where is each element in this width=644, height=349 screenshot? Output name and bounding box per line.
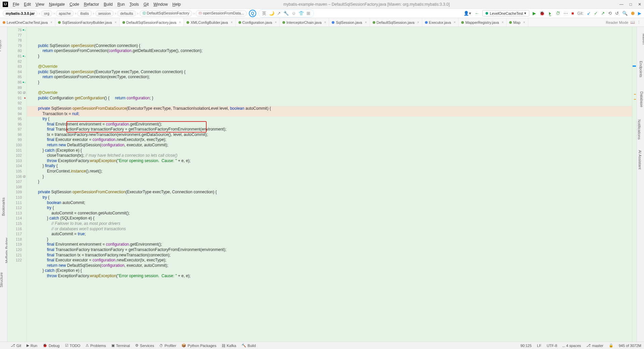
code-line[interactable]: public SqlSession openSession(Connection… <box>27 43 632 49</box>
code-line[interactable]: final Environment environment = configur… <box>27 242 632 247</box>
editor-tab[interactable]: SqlSession.java× <box>329 18 370 27</box>
close-tab-icon[interactable]: × <box>275 20 277 24</box>
code-line[interactable]: private SqlSession openSessionFromConnec… <box>27 190 632 195</box>
tool-ai-assistant[interactable]: AI Assistant <box>638 150 642 169</box>
code-line[interactable]: autoCommit = true; <box>27 232 632 237</box>
status-services[interactable]: ⚙Services <box>135 343 154 348</box>
maximize-icon[interactable]: □ <box>630 2 632 7</box>
code-line[interactable] <box>27 185 632 190</box>
status-indent[interactable]: ⎵ 4 spaces <box>562 344 581 348</box>
run-config-dropdown[interactable]: ⬢LevelOneCacheTest ▾ <box>482 10 529 16</box>
code-line[interactable]: public SqlSession openSession(ExecutorTy… <box>27 69 632 75</box>
code-line[interactable] <box>27 101 632 106</box>
close-tab-icon[interactable]: × <box>50 20 52 24</box>
status-git[interactable]: ⎇Git <box>11 343 21 348</box>
stop-icon[interactable]: ■ <box>571 11 574 16</box>
status-kafka[interactable]: ⛓Kafka <box>222 344 236 348</box>
code-line[interactable]: ErrorContext.instance().reset(); <box>27 169 632 174</box>
ide-scripting-icon[interactable]: ⬢ <box>631 11 635 16</box>
code-line[interactable]: closeTransaction(tx); // may have fetche… <box>27 153 632 158</box>
minimize-icon[interactable]: — <box>620 2 624 7</box>
status-lock-icon[interactable]: 🔒 <box>609 343 613 348</box>
play-icon[interactable]: ▶ <box>638 11 641 16</box>
editor-tab[interactable]: Map× <box>506 18 528 27</box>
menu-edit[interactable]: Edit <box>24 2 31 7</box>
code-line[interactable]: @Override <box>27 64 632 69</box>
close-tab-icon[interactable]: × <box>365 20 367 24</box>
editor-tab[interactable]: DefaultSqlSession.java× <box>370 18 422 27</box>
breadcrumb-item[interactable]: apache <box>56 10 74 16</box>
git-history-icon[interactable]: ⟲ <box>608 11 612 16</box>
code-line[interactable]: tx = transactionFactory.newTransaction(e… <box>27 132 632 138</box>
tool-database[interactable]: Database <box>639 91 643 107</box>
code-line[interactable]: try { <box>27 195 632 200</box>
status-encoding[interactable]: UTF-8 <box>547 344 557 348</box>
code-line[interactable]: final Executor executor = configuration.… <box>27 258 632 263</box>
minimap[interactable] <box>632 27 637 342</box>
menu-code[interactable]: Code <box>69 2 79 7</box>
menu-file[interactable]: File <box>13 2 19 7</box>
editor-tab[interactable]: MapperRegistry.java× <box>459 18 506 27</box>
tool-maven[interactable]: Maven <box>642 33 644 44</box>
close-tab-icon[interactable]: × <box>417 20 419 24</box>
status-branch[interactable]: ⎇ master <box>586 343 603 348</box>
search-icon[interactable]: 🔍 <box>622 11 628 16</box>
menu-view[interactable]: View <box>36 2 44 7</box>
close-tab-icon[interactable]: × <box>115 20 117 24</box>
code-line[interactable]: } <box>27 179 632 185</box>
breadcrumb-item[interactable]: org <box>41 10 52 16</box>
status-terminal[interactable]: ▣Terminal <box>111 343 130 348</box>
run-icon[interactable]: ▶ <box>533 11 536 16</box>
git-revert-icon[interactable]: ↺ <box>615 11 619 16</box>
back-icon[interactable]: ← <box>475 11 479 16</box>
debug-icon[interactable]: 🐞 <box>539 11 545 16</box>
code-line[interactable]: throw ExceptionFactory.wrapException("Er… <box>27 158 632 164</box>
code-line[interactable] <box>27 59 632 64</box>
close-tab-icon[interactable]: × <box>324 20 326 24</box>
qa-toolbar[interactable]: 英🌙↗🔧☺👕⊞ <box>258 9 314 17</box>
code-line[interactable]: } catch (Exception e) { <box>27 148 632 153</box>
menu-build[interactable]: Build <box>104 2 113 7</box>
breadcrumb-item[interactable]: defaults <box>117 10 136 16</box>
code-line[interactable]: return openSessionFromConnection(configu… <box>27 48 632 54</box>
qa-assistant-icon[interactable]: Q <box>249 10 256 17</box>
code-line[interactable]: } catch (Exception e) { <box>27 268 632 273</box>
tool-project[interactable]: Project <box>0 40 2 51</box>
code-editor[interactable]: 76●↓7778798081●↓8283848586●↓8990@91●9293… <box>7 27 637 342</box>
breadcrumb-item[interactable]: ibatis <box>77 10 92 16</box>
close-tab-icon[interactable]: × <box>179 20 181 24</box>
code-line[interactable]: final Environment environment = configur… <box>27 122 632 127</box>
user-icon[interactable]: 👤▾ <box>464 11 471 16</box>
tool-endpoints[interactable]: Endpoints <box>639 61 643 78</box>
code-line[interactable]: } catch (SQLException e) { <box>27 216 632 221</box>
close-tab-icon[interactable]: × <box>231 20 233 24</box>
more-icon[interactable]: ⋯ <box>564 11 568 16</box>
status-memory[interactable]: 945 of 3072M <box>619 344 641 348</box>
status-todo[interactable]: ☑TODO <box>65 343 80 348</box>
breadcrumb-item[interactable]: mybatis-3.3.0.jar <box>3 10 38 16</box>
code-line[interactable]: final TransactionFactory transactionFact… <box>27 247 632 253</box>
code-line[interactable] <box>27 85 632 91</box>
tool-bookmarks[interactable]: Bookmarks <box>1 197 5 216</box>
status-problems[interactable]: ⚠Problems <box>86 343 106 348</box>
code-line[interactable]: try { <box>27 116 632 122</box>
code-line[interactable]: return new DefaultSqlSession(configurati… <box>27 143 632 148</box>
code-line[interactable]: return new DefaultSqlSession(configurati… <box>27 263 632 268</box>
status-run[interactable]: ▶Run <box>26 343 37 348</box>
code-line[interactable]: throw ExceptionFactory.wrapException("Er… <box>27 273 632 279</box>
close-tab-icon[interactable]: × <box>454 20 456 24</box>
code-area[interactable]: public SqlSession openSession(Connection… <box>27 27 632 342</box>
code-line[interactable]: Transaction tx = null; <box>27 111 632 117</box>
git-commit-icon[interactable]: ✓ <box>594 11 598 16</box>
status-build[interactable]: 🔨Build <box>241 343 256 348</box>
close-icon[interactable]: ✕ <box>638 2 641 7</box>
code-line[interactable]: // or databases won't support transactio… <box>27 227 632 232</box>
code-line[interactable]: return openSessionFromConnection(execTyp… <box>27 74 632 80</box>
breadcrumb-item[interactable]: ⒸDefaultSqlSessionFactory <box>140 10 193 17</box>
code-line[interactable]: public Configuration getConfiguration() … <box>27 96 632 101</box>
reader-mode-toggle[interactable]: Reader Mode📖 ⋮ <box>602 18 644 27</box>
coverage-icon[interactable]: ⏵̤ <box>548 11 552 16</box>
editor-tab[interactable]: LevelOneCacheTest.java× <box>0 18 55 27</box>
code-line[interactable]: } <box>27 54 632 59</box>
override-icon[interactable]: ●↓ <box>22 80 26 85</box>
